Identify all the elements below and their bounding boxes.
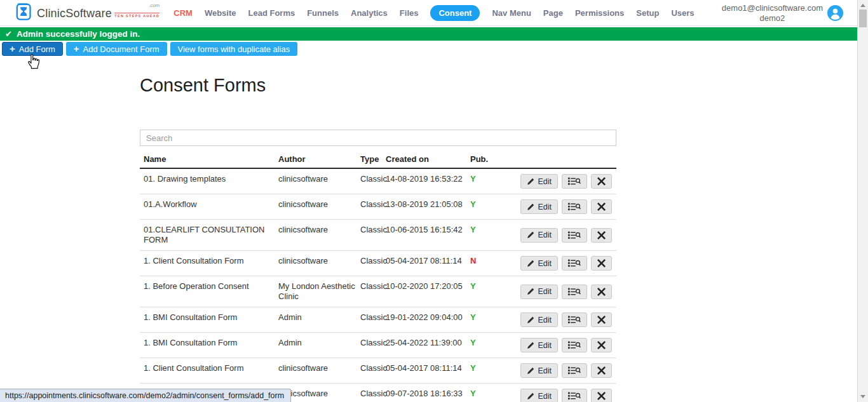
- edit-button[interactable]: Edit: [520, 312, 558, 327]
- view-entries-button[interactable]: [562, 285, 587, 299]
- delete-button[interactable]: [591, 338, 612, 352]
- nav-item-lead-forms[interactable]: Lead Forms: [248, 8, 295, 18]
- view-entries-button[interactable]: [562, 338, 587, 352]
- plus-icon: +: [74, 44, 79, 53]
- vertical-scrollbar[interactable]: [857, 0, 868, 402]
- nav-item-website[interactable]: Website: [205, 8, 236, 18]
- table-header-row: Name Author Type Created on Pub.: [140, 151, 616, 169]
- pub-value: Y: [470, 199, 476, 209]
- nav-item-setup[interactable]: Setup: [636, 8, 659, 18]
- form-name: 01.CLEARLIFT CONSULTATION FORM: [140, 225, 276, 245]
- row-actions: Edit: [503, 256, 616, 271]
- plus-icon: +: [10, 44, 15, 53]
- pub-value: Y: [470, 363, 476, 373]
- table-row: 1. Before Operation Consent My London Ae…: [140, 276, 616, 307]
- delete-button[interactable]: [591, 199, 612, 214]
- edit-button[interactable]: Edit: [520, 199, 558, 214]
- list-search-icon: [568, 177, 581, 185]
- table-row: 01.CLEARLIFT CONSULTATION FORM clinicsof…: [140, 220, 616, 251]
- delete-button[interactable]: [591, 363, 612, 378]
- edit-button[interactable]: Edit: [520, 338, 558, 352]
- list-search-icon: [568, 288, 581, 296]
- pub-value: Y: [470, 281, 476, 291]
- scroll-up-arrow-icon[interactable]: [860, 4, 865, 7]
- user-avatar-icon[interactable]: [827, 5, 843, 21]
- edit-button[interactable]: Edit: [520, 389, 558, 402]
- nav-item-page[interactable]: Page: [543, 8, 563, 18]
- view-duplicate-alias-button[interactable]: View forms with duplicate alias: [170, 42, 298, 56]
- delete-button[interactable]: [591, 389, 612, 402]
- logo-wordmark: ClinicSoftware .com TEN STEPS AHEAD: [37, 6, 159, 19]
- edit-button[interactable]: Edit: [520, 256, 558, 271]
- column-header-author: Author: [276, 154, 360, 164]
- delete-button[interactable]: [591, 228, 612, 243]
- column-header-type: Type: [360, 154, 386, 164]
- nav-item-files[interactable]: Files: [400, 8, 419, 18]
- edit-button[interactable]: Edit: [520, 363, 558, 378]
- scroll-down-arrow-icon[interactable]: [860, 395, 865, 398]
- add-document-form-button[interactable]: + Add Document Form: [66, 42, 167, 56]
- logo-tagline: TEN STEPS AHEAD: [114, 13, 159, 18]
- pencil-icon: [527, 203, 534, 211]
- view-entries-button[interactable]: [562, 199, 587, 214]
- form-name: 1. Before Operation Consent: [140, 281, 276, 291]
- delete-button[interactable]: [591, 285, 612, 299]
- form-type: Classic: [360, 338, 386, 348]
- view-entries-button[interactable]: [562, 228, 587, 243]
- table-row: 1. Client Consultation Form clinicsoftwa…: [140, 358, 616, 384]
- nav-item-users[interactable]: Users: [671, 8, 694, 18]
- edit-button[interactable]: Edit: [520, 285, 558, 299]
- clinicsoftware-logo[interactable]: ClinicSoftware .com TEN STEPS AHEAD: [16, 2, 159, 23]
- edit-button-label: Edit: [538, 316, 552, 325]
- edit-button[interactable]: Edit: [520, 174, 558, 189]
- x-icon: [597, 203, 606, 211]
- scrollbar-thumb[interactable]: [859, 10, 867, 27]
- view-entries-button[interactable]: [562, 389, 587, 402]
- form-author: clinicsoftware: [276, 199, 360, 210]
- nav-item-permissions[interactable]: Permissions: [575, 8, 624, 18]
- column-header-name: Name: [140, 154, 276, 164]
- search-input[interactable]: [140, 130, 616, 146]
- table-row: 1. BMI Consultation Form Admin Classic 2…: [140, 333, 616, 358]
- delete-button[interactable]: [591, 174, 612, 189]
- nav-item-nav-menu[interactable]: Nav Menu: [492, 8, 531, 18]
- add-form-label: Add Form: [19, 44, 55, 54]
- form-created: 09-07-2018 18:16:33: [386, 389, 468, 399]
- add-form-button[interactable]: + Add Form: [2, 42, 63, 56]
- edit-button[interactable]: Edit: [520, 228, 558, 243]
- form-created: 25-04-2022 11:39:00: [386, 338, 468, 348]
- list-search-icon: [568, 259, 581, 267]
- form-type: Classic: [360, 312, 386, 323]
- status-bar-url: https://appointments.clinicsoftware.com/…: [5, 391, 284, 400]
- row-actions: Edit: [503, 199, 616, 214]
- x-icon: [597, 177, 606, 185]
- pub-value: Y: [470, 174, 476, 184]
- form-name: 01.A.Workflow: [140, 199, 276, 210]
- nav-item-consent[interactable]: Consent: [430, 5, 480, 21]
- column-header-created: Created on: [386, 154, 468, 164]
- logo-tld: .com: [149, 3, 159, 8]
- pencil-icon: [527, 392, 534, 400]
- table-body: 01. Drawing templates clinicsoftware Cla…: [140, 169, 616, 402]
- view-entries-button[interactable]: [562, 363, 587, 378]
- nav-item-crm[interactable]: CRM: [173, 8, 193, 18]
- pub-value: Y: [470, 225, 476, 234]
- delete-button[interactable]: [591, 312, 612, 327]
- table-row: 1. Client Consultation Form clinicsoftwa…: [140, 251, 616, 276]
- form-author: Admin: [276, 312, 360, 323]
- form-name: 01. Drawing templates: [140, 174, 276, 184]
- list-search-icon: [568, 231, 581, 239]
- nav-item-analytics[interactable]: Analytics: [351, 8, 388, 18]
- checkmark-icon: ✔: [5, 29, 12, 39]
- nav-item-funnels[interactable]: Funnels: [307, 8, 339, 18]
- delete-button[interactable]: [591, 256, 612, 271]
- page-title: Consent Forms: [140, 75, 266, 96]
- pencil-icon: [527, 231, 534, 239]
- form-type: Classic: [360, 174, 386, 184]
- view-entries-button[interactable]: [562, 174, 587, 189]
- form-author: clinicsoftware: [276, 174, 360, 184]
- user-block: demo1@clinicsoftware.com demo2: [722, 3, 843, 23]
- view-entries-button[interactable]: [562, 312, 587, 327]
- hourglass-logo-icon: [16, 2, 33, 23]
- view-entries-button[interactable]: [562, 256, 587, 271]
